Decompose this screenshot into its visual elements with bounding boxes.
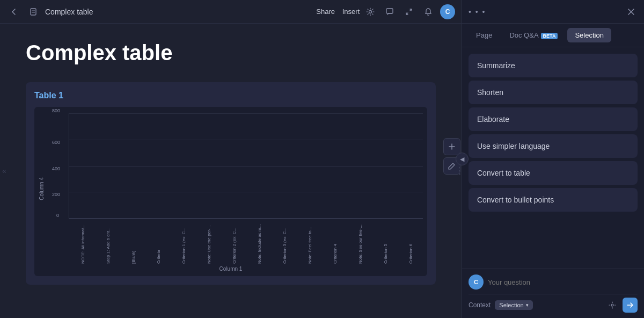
collapse-panel-button[interactable]: ◀ <box>456 153 469 165</box>
x-label-1: Step 1: Add 6 crit... <box>96 221 120 264</box>
svg-point-9 <box>611 304 613 306</box>
share-button[interactable]: Share <box>312 5 339 18</box>
y-label-400: 400 <box>52 166 60 171</box>
summarize-button[interactable]: Summarize <box>469 54 638 77</box>
x-label-7: Note: Include as m... <box>247 221 272 264</box>
doc-title: Complex table <box>45 8 93 16</box>
y-label-0: 0 <box>56 213 59 218</box>
x-label-10: Criterion 4 <box>323 221 347 264</box>
doc-main-title: Complex table <box>26 41 436 65</box>
comments-icon[interactable] <box>382 4 397 19</box>
dot-3 <box>459 174 460 175</box>
x-label-4: Criterion 1 (ex: C... <box>172 221 196 264</box>
user-avatar[interactable]: C <box>440 4 455 19</box>
y-axis-label: Column 4 <box>39 177 49 200</box>
context-label: Context <box>469 301 491 309</box>
bell-icon[interactable] <box>421 4 436 19</box>
x-label-8: Criterion 3 (ex: C... <box>273 221 297 264</box>
simpler-language-button[interactable]: Use simpler language <box>469 134 638 158</box>
x-label-11: Note: See our live-... <box>348 221 372 264</box>
send-button[interactable] <box>623 298 638 313</box>
chat-user-avatar: C <box>469 274 484 290</box>
tabs-bar: Page Doc Q&ABETA Selection <box>462 24 644 47</box>
x-label-2: [Blank] <box>121 221 145 264</box>
x-label-12: Criterion 5 <box>374 221 398 264</box>
top-bar: Complex table Share Insert <box>0 0 462 24</box>
chat-settings-icon[interactable] <box>605 298 619 312</box>
doc-content: « Complex table Table 1 Column 4 800 <box>0 24 462 318</box>
svg-rect-4 <box>386 9 393 13</box>
chart-container: Column 4 800 600 400 <box>34 107 427 276</box>
vertical-dots <box>458 166 462 176</box>
chat-input[interactable] <box>488 278 638 286</box>
table-label: Table 1 <box>34 91 427 100</box>
side-panel: ◀ • • • Page Doc Q&ABETA Selection Summa… <box>462 0 644 318</box>
top-bar-right: Share Insert <box>312 4 455 19</box>
convert-to-table-button[interactable]: Convert to table <box>469 161 638 185</box>
shorten-button[interactable]: Shorten <box>469 81 638 104</box>
tab-selection[interactable]: Selection <box>567 28 611 42</box>
chat-footer-actions <box>605 298 638 313</box>
tab-page[interactable]: Page <box>469 28 500 42</box>
x-label-6: Criterion 2 (ex: C... <box>222 221 246 264</box>
x-label-3: Criteria <box>147 221 171 264</box>
side-panel-header: • • • <box>462 0 644 24</box>
insert-button[interactable]: Insert <box>343 4 358 19</box>
ai-actions-list: Summarize Shorten Elaborate Use simpler … <box>462 47 644 269</box>
chat-area: C Context Selection ▾ <box>462 269 644 318</box>
tab-docqa[interactable]: Doc Q&ABETA <box>502 28 565 42</box>
chart-gridlines: 800 600 400 200 0 <box>69 113 423 219</box>
main-area: Complex table Share Insert <box>0 0 462 318</box>
x-axis-labels: NOTE: All informat... Step 1: Add 6 crit… <box>69 221 423 264</box>
elaborate-button[interactable]: Elaborate <box>469 107 638 131</box>
left-nav-area: « <box>0 160 9 182</box>
chart-plot: 800 600 400 200 0 <box>53 113 423 264</box>
dot-2 <box>459 170 460 172</box>
x-label-13: Criterion 6 <box>399 221 423 264</box>
beta-badge: BETA <box>541 33 558 39</box>
svg-point-3 <box>369 10 372 13</box>
chart-inner: Column 4 800 600 400 <box>39 113 423 264</box>
x-label-9: Note: Feel free to... <box>298 221 322 264</box>
doc-icon <box>26 4 41 19</box>
table-section: Table 1 Column 4 800 600 <box>26 82 436 285</box>
x-axis-title: Column 1 <box>39 266 423 272</box>
y-label-800: 800 <box>52 108 60 113</box>
settings-icon[interactable] <box>363 4 378 19</box>
chat-footer: Context Selection ▾ <box>469 294 638 313</box>
context-chevron-icon: ▾ <box>526 302 529 308</box>
panel-dots: • • • <box>469 8 486 16</box>
expand-left-icon[interactable]: « <box>0 160 9 182</box>
bars-area <box>69 113 423 218</box>
chat-input-row: C <box>469 274 638 290</box>
y-label-200: 200 <box>52 192 60 197</box>
expand-icon[interactable] <box>401 4 416 19</box>
y-label-600: 600 <box>52 140 60 145</box>
convert-to-bullets-button[interactable]: Convert to bullet points <box>469 188 638 212</box>
context-badge-button[interactable]: Selection ▾ <box>495 300 532 310</box>
svg-rect-0 <box>31 9 36 15</box>
close-panel-button[interactable] <box>625 5 638 18</box>
add-block-button[interactable] <box>443 138 460 155</box>
x-label-5: Note: Use the per-... <box>197 221 221 264</box>
dot-1 <box>459 167 460 169</box>
back-button[interactable] <box>6 4 21 19</box>
x-label-0: NOTE: All informat... <box>71 221 95 264</box>
